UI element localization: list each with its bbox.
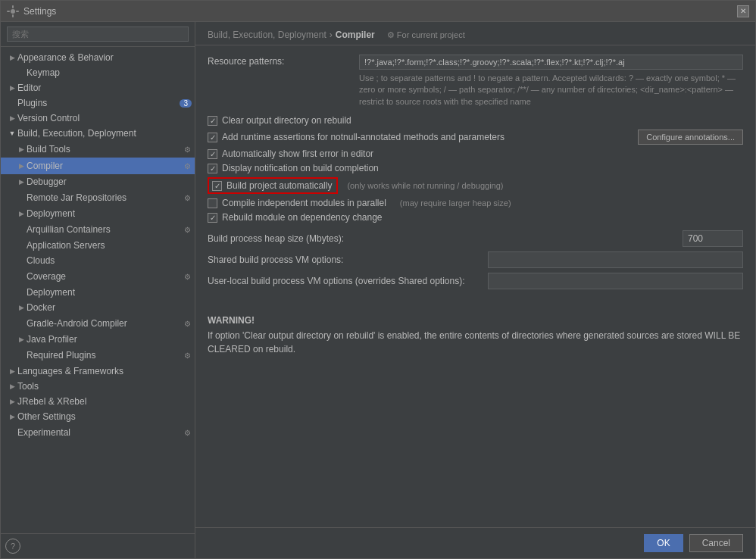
build-auto-label: Build project automatically (226, 180, 332, 191)
sidebar-item-clouds[interactable]: Clouds (1, 253, 195, 268)
sidebar-item-label: Other Settings (17, 411, 195, 422)
svg-rect-1 (12, 5, 14, 8)
right-panel: Build, Execution, Deployment › Compiler … (195, 22, 755, 558)
sidebar-item-label: Gradle-Android Compiler (27, 318, 181, 329)
sidebar-item-build-tools[interactable]: ▶ Build Tools ⚙ (1, 141, 195, 158)
rebuild-module-label: Rebuild module on dependency change (222, 212, 383, 223)
sidebar-item-deployment[interactable]: ▶ Deployment (1, 206, 195, 221)
svg-rect-4 (16, 11, 19, 12)
sidebar-item-keymap[interactable]: Keymap (1, 65, 195, 80)
close-button[interactable]: ✕ (737, 5, 749, 17)
auto-show-error-checkbox[interactable] (208, 149, 217, 159)
clear-output-row: Clear output directory on rebuild (208, 115, 743, 126)
sidebar-item-docker[interactable]: ▶ Docker (1, 300, 195, 315)
arrow-icon: ▶ (7, 396, 17, 407)
sidebar-item-experimental[interactable]: Experimental ⚙ (1, 424, 195, 441)
compile-parallel-checkbox[interactable] (208, 198, 217, 208)
panel-header: Build, Execution, Deployment › Compiler … (195, 22, 755, 45)
resource-patterns-input[interactable] (359, 55, 743, 70)
resource-patterns-control (359, 55, 743, 70)
rebuild-module-row: Rebuild module on dependency change (208, 212, 743, 223)
sidebar-item-editor[interactable]: ▶ Editor (1, 80, 195, 95)
panel-body: Resource patterns: Use ; to separate pat… (195, 45, 755, 527)
settings-sub-icon: ⚙ (181, 317, 193, 329)
settings-window: Settings ✕ ▶ Appearance & Behavior Keyma… (0, 0, 756, 559)
sidebar-item-label: JRebel & XRebel (17, 396, 195, 407)
arrow-icon: ▶ (7, 113, 17, 123)
heap-size-row: Build process heap size (Mbytes): (208, 230, 743, 247)
sidebar-item-label: Deployment (27, 287, 195, 298)
ok-button[interactable]: OK (644, 534, 683, 552)
sidebar-item-label: Java Profiler (27, 334, 195, 345)
heap-size-input[interactable] (683, 230, 743, 247)
heap-size-label: Build process heap size (Mbytes): (208, 233, 683, 244)
shared-vm-row: Shared build process VM options: (208, 251, 743, 268)
auto-show-error-label: Automatically show first error in editor (222, 148, 373, 159)
sidebar-item-label: Keymap (27, 67, 195, 78)
sidebar-item-label: Docker (27, 302, 195, 313)
sidebar-item-remote-jar[interactable]: Remote Jar Repositories ⚙ (1, 189, 195, 206)
sidebar-item-label: Languages & Frameworks (17, 366, 195, 376)
sidebar-item-version-control[interactable]: ▶ Version Control (1, 111, 195, 126)
sidebar-item-jrebel[interactable]: ▶ JRebel & XRebel (1, 394, 195, 409)
auto-show-error-row: Automatically show first error in editor (208, 148, 743, 159)
arrow-icon (16, 318, 27, 329)
sidebar-item-gradle-android[interactable]: Gradle-Android Compiler ⚙ (1, 315, 195, 332)
arrow-icon (16, 192, 27, 203)
display-notification-checkbox[interactable] (208, 164, 217, 173)
svg-rect-2 (12, 14, 14, 17)
arrow-icon: ▶ (16, 302, 27, 313)
build-auto-checkbox[interactable] (212, 181, 222, 191)
sidebar-item-label: Plugins (17, 98, 180, 108)
arrow-icon: ▶ (7, 411, 17, 422)
sidebar-item-label: Appearance & Behavior (17, 52, 195, 63)
sidebar-item-java-profiler[interactable]: ▶ Java Profiler (1, 332, 195, 347)
breadcrumb-parent: Build, Execution, Deployment (208, 30, 326, 40)
breadcrumb-current: Compiler (336, 30, 375, 40)
shared-vm-input[interactable] (488, 251, 743, 268)
arrow-icon: ▶ (16, 144, 27, 155)
sidebar-tree: ▶ Appearance & Behavior Keymap ▶ Editor … (1, 47, 195, 533)
rebuild-module-checkbox[interactable] (208, 213, 217, 223)
sidebar-item-plugins[interactable]: Plugins 3 (1, 95, 195, 111)
help-button[interactable]: ? (5, 539, 20, 554)
configure-annotations-button[interactable]: Configure annotations... (638, 130, 743, 145)
svg-point-0 (11, 9, 15, 14)
search-input[interactable] (7, 27, 189, 42)
user-vm-row: User-local build process VM options (ove… (208, 273, 743, 289)
compile-parallel-label: Compile independent modules in parallel (222, 198, 386, 208)
cancel-button[interactable]: Cancel (689, 534, 743, 552)
sidebar-item-debugger[interactable]: ▶ Debugger (1, 174, 195, 189)
sidebar-item-label: Deployment (27, 208, 195, 219)
display-notification-row: Display notification on build completion (208, 163, 743, 173)
arrow-icon: ▶ (7, 381, 17, 392)
sidebar-item-deployment2[interactable]: Deployment (1, 285, 195, 300)
user-vm-input[interactable] (488, 273, 743, 289)
sidebar-item-label: Compiler (27, 161, 181, 171)
sidebar-item-appearance[interactable]: ▶ Appearance & Behavior (1, 50, 195, 65)
settings-icon (7, 5, 19, 17)
arrow-icon: ▶ (16, 176, 27, 187)
add-runtime-checkbox[interactable] (208, 133, 217, 142)
arrow-icon (16, 350, 27, 361)
sidebar-item-app-servers[interactable]: Application Servers (1, 238, 195, 253)
sidebar-item-languages[interactable]: ▶ Languages & Frameworks (1, 364, 195, 379)
clear-output-checkbox[interactable] (208, 116, 217, 126)
settings-sub-icon: ⚙ (181, 160, 193, 172)
sidebar-item-label: Build Tools (27, 144, 181, 155)
sidebar-item-compiler[interactable]: ▶ Compiler ⚙ (1, 158, 195, 174)
sidebar-item-build-exec-deploy[interactable]: ▼ Build, Execution, Deployment (1, 126, 195, 141)
sidebar-item-required-plugins[interactable]: Required Plugins ⚙ (1, 347, 195, 364)
settings-sub-icon: ⚙ (181, 270, 193, 283)
settings-sub-icon: ⚙ (181, 192, 193, 204)
sidebar-item-arquillian[interactable]: Arquillian Containers ⚙ (1, 221, 195, 238)
arrow-icon: ▶ (16, 334, 27, 345)
sidebar-item-coverage[interactable]: Coverage ⚙ (1, 268, 195, 285)
sidebar-item-other-settings[interactable]: ▶ Other Settings (1, 409, 195, 424)
arrow-icon (7, 427, 17, 438)
add-runtime-row: Add runtime assertions for notnull-annot… (208, 130, 743, 145)
sidebar-item-tools[interactable]: ▶ Tools (1, 379, 195, 394)
arrow-icon: ▶ (16, 161, 27, 171)
settings-sub-icon: ⚙ (181, 426, 193, 439)
search-box (1, 22, 195, 47)
